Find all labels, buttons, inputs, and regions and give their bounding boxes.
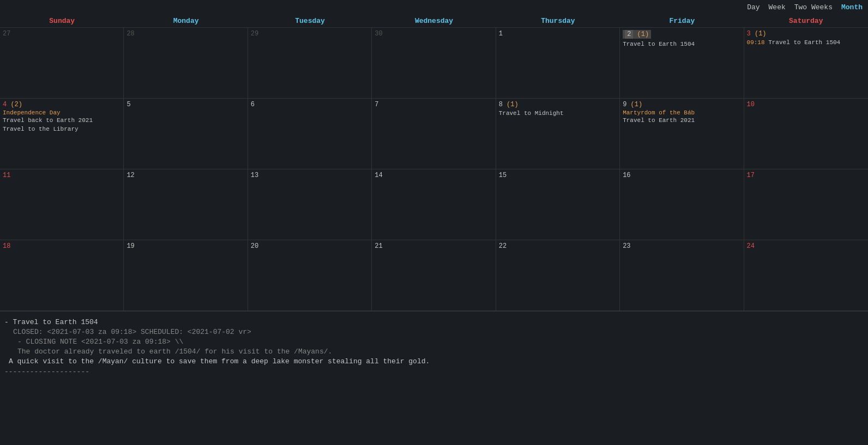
calendar-cell[interactable]: 16 <box>620 169 744 240</box>
calendar-cell[interactable]: 4 (2)Independence DayTravel back to Eart… <box>0 99 124 169</box>
calendar-event[interactable]: 09:18 Travel to Earth 1504 <box>747 39 865 47</box>
schedule-note-body: The doctor already traveled to earth /15… <box>17 348 864 356</box>
day-number: 14 <box>375 172 492 179</box>
day-number: 7 <box>375 101 492 108</box>
header-wednesday: Wednesday <box>372 15 496 27</box>
calendar-cell[interactable]: 17 <box>744 169 868 240</box>
calendar-cell[interactable]: 2 (1)Travel to Earth 1504 <box>620 28 744 99</box>
calendar-grid: 2728293012 (1)Travel to Earth 15043 (1)0… <box>0 28 868 311</box>
day-number: 28 <box>126 30 244 38</box>
week-view-button[interactable]: Week <box>769 3 786 11</box>
day-number: 21 <box>375 242 492 250</box>
month-view-button[interactable]: Month <box>841 3 863 11</box>
calendar-cell[interactable]: 10 <box>744 99 868 169</box>
calendar-cell[interactable]: 19 <box>124 240 248 311</box>
header-saturday: Saturday <box>744 15 868 27</box>
schedule-item-title: - Travel to Earth 1504 <box>4 318 864 326</box>
two-weeks-view-button[interactable]: Two Weeks <box>794 3 833 11</box>
calendar-cell[interactable]: 28 <box>124 28 248 99</box>
calendar-cell[interactable]: 18 <box>0 240 124 311</box>
day-number: 15 <box>499 172 617 179</box>
holiday-label: Martyrdom of the Báb <box>623 109 740 116</box>
schedule-items: - Travel to Earth 1504 CLOSED: <2021-07-… <box>4 318 864 365</box>
day-number: 11 <box>3 172 120 179</box>
calendar: Sunday Monday Tuesday Wednesday Thursday… <box>0 15 868 311</box>
day-number: 12 <box>126 172 244 179</box>
schedule-note-label: - CLOSING NOTE <2021-07-03 za 09:18> \\ <box>17 338 864 346</box>
header-sunday: Sunday <box>0 15 124 27</box>
day-number: 27 <box>3 30 120 38</box>
event-title: Travel to Earth 1504 <box>768 39 840 46</box>
day-number: 1 <box>499 30 617 38</box>
day-number: 19 <box>126 242 244 250</box>
calendar-event[interactable]: Travel back to Earth 2021 <box>3 117 120 125</box>
day-number: 29 <box>251 30 369 38</box>
day-view-button[interactable]: Day <box>747 3 760 11</box>
day-number: 17 <box>747 172 865 179</box>
day-number: 18 <box>3 242 120 250</box>
day-number: 5 <box>126 101 244 108</box>
calendar-cell[interactable]: 14 <box>372 169 496 240</box>
calendar-cell[interactable]: 24 <box>744 240 868 311</box>
calendar-cell[interactable]: 5 <box>124 99 248 169</box>
day-number: 22 <box>499 242 617 250</box>
calendar-cell[interactable]: 15 <box>496 169 620 240</box>
day-headers-row: Sunday Monday Tuesday Wednesday Thursday… <box>0 15 868 28</box>
calendar-cell[interactable]: 8 (1)Travel to Midnight <box>496 99 620 169</box>
day-number: 8 (1) <box>499 101 617 108</box>
calendar-event[interactable]: Travel to Midnight <box>499 109 617 118</box>
calendar-cell[interactable]: 23 <box>620 240 744 311</box>
calendar-cell[interactable]: 22 <box>496 240 620 311</box>
day-number: 10 <box>747 101 865 108</box>
calendar-cell[interactable]: 27 <box>0 28 124 99</box>
header-tuesday: Tuesday <box>248 15 372 27</box>
header-monday: Monday <box>124 15 248 27</box>
schedule-panel: - Travel to Earth 1504 CLOSED: <2021-07-… <box>0 311 868 379</box>
calendar-event[interactable]: Travel to Earth 2021 <box>623 117 740 125</box>
calendar-cell[interactable]: 21 <box>372 240 496 311</box>
calendar-cell[interactable]: 11 <box>0 169 124 240</box>
day-number: 24 <box>747 242 865 250</box>
schedule-divider: -------------------- <box>4 368 864 376</box>
day-number: 4 (2) <box>3 101 120 108</box>
calendar-cell[interactable]: 29 <box>248 28 372 99</box>
holiday-label: Independence Day <box>3 109 120 116</box>
calendar-cell[interactable]: 9 (1)Martyrdom of the BábTravel to Earth… <box>620 99 744 169</box>
day-number: 23 <box>623 242 740 250</box>
calendar-cell[interactable]: 12 <box>124 169 248 240</box>
calendar-event[interactable]: Travel to the Library <box>3 125 120 133</box>
day-number: 2 (1) <box>623 30 651 39</box>
calendar-cell[interactable]: 7 <box>372 99 496 169</box>
view-selector: Day Week Two Weeks Month <box>747 3 863 11</box>
calendar-event[interactable]: Travel to Earth 1504 <box>623 40 740 48</box>
day-number: 20 <box>251 242 369 250</box>
schedule-meta: CLOSED: <2021-07-03 za 09:18> SCHEDULED:… <box>13 328 864 336</box>
day-number: 16 <box>623 172 740 179</box>
calendar-header: Day Week Two Weeks Month <box>0 0 868 15</box>
calendar-cell[interactable]: 30 <box>372 28 496 99</box>
day-number: 6 <box>251 101 369 108</box>
calendar-cell[interactable]: 20 <box>248 240 372 311</box>
calendar-cell[interactable]: 13 <box>248 169 372 240</box>
day-number: 3 (1) <box>747 30 865 38</box>
day-number: 9 (1) <box>623 101 740 108</box>
day-number: 13 <box>251 172 369 179</box>
calendar-cell[interactable]: 1 <box>496 28 620 99</box>
header-thursday: Thursday <box>496 15 620 27</box>
schedule-description: A quick visit to the /Mayan/ culture to … <box>9 357 864 365</box>
event-time: 09:18 <box>747 39 769 46</box>
calendar-cell[interactable]: 6 <box>248 99 372 169</box>
day-number: 30 <box>375 30 492 38</box>
calendar-cell[interactable]: 3 (1)09:18 Travel to Earth 1504 <box>744 28 868 99</box>
header-friday: Friday <box>620 15 744 27</box>
